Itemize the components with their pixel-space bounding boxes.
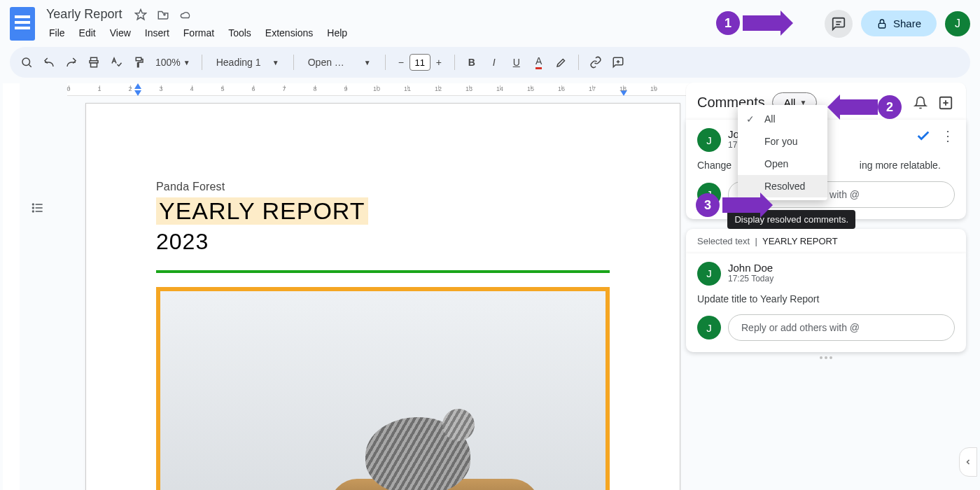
menu-file[interactable]: File [43, 24, 71, 41]
annotation-2: 2 [836, 95, 902, 119]
svg-rect-3 [878, 23, 885, 28]
share-button[interactable]: Share [861, 10, 937, 36]
search-icon[interactable] [17, 52, 36, 72]
selected-text-bar: Selected text | YEARLY REPORT [686, 229, 966, 253]
side-panel-toggle[interactable] [959, 447, 977, 477]
comment-body: Update title to Yearly Report [697, 293, 955, 307]
underline-button[interactable]: U [507, 52, 526, 72]
text-color-button[interactable]: A [529, 52, 549, 72]
toolbar: 100%▼ Heading 1▼ Open …▼ − + B I U A [10, 47, 970, 78]
menu-help[interactable]: Help [321, 24, 353, 41]
comment-avatar: J [697, 262, 721, 286]
font-size-control: − + [393, 54, 447, 71]
print-button[interactable] [84, 52, 104, 72]
annotation-1: 1 [716, 11, 782, 35]
comments-filter-dropdown: ✓ All For you Open Resolved [738, 105, 827, 200]
star-icon[interactable] [134, 8, 147, 21]
comment-avatar: J [697, 128, 721, 152]
insert-link-button[interactable] [586, 52, 606, 72]
divider-line [156, 270, 610, 273]
zoom-dropdown[interactable]: 100%▼ [151, 57, 195, 68]
reply-input[interactable]: Reply or add others with @ [728, 314, 955, 341]
vertical-ruler[interactable] [3, 83, 20, 490]
doc-heading: YEARLY REPORT [156, 197, 368, 225]
svg-line-5 [29, 64, 31, 66]
filter-option-for-you[interactable]: For you [738, 130, 827, 153]
menu-format[interactable]: Format [178, 24, 220, 41]
first-line-indent-marker[interactable] [134, 83, 141, 89]
hero-image[interactable] [156, 287, 610, 490]
svg-rect-6 [91, 63, 97, 67]
font-size-decrease[interactable]: − [393, 54, 410, 71]
resolve-check-icon[interactable] [916, 128, 931, 144]
menu-insert[interactable]: Insert [139, 24, 175, 41]
menu-view[interactable]: View [104, 24, 136, 41]
menu-bar: File Edit View Insert Format Tools Exten… [43, 24, 353, 41]
italic-button[interactable]: I [484, 52, 504, 72]
comment-author: John Doe [728, 262, 774, 274]
bold-button[interactable]: B [462, 52, 482, 72]
cloud-status-icon[interactable] [179, 8, 192, 21]
header-actions: Share J [825, 10, 970, 38]
share-label: Share [893, 18, 921, 29]
document-title[interactable]: Yearly Report [43, 6, 125, 23]
header-bar: Yearly Report File Edit View Insert Form… [0, 0, 980, 44]
account-avatar[interactable]: J [945, 11, 970, 36]
new-comment-icon[interactable] [937, 94, 955, 112]
caret-down-icon: ▼ [183, 59, 190, 66]
paragraph-style-dropdown[interactable]: Heading 1▼ [209, 57, 286, 68]
doc-year: 2023 [156, 229, 610, 255]
comment-card[interactable]: J John Doe 17:25 Today Update title to Y… [686, 253, 966, 353]
left-indent-marker[interactable] [134, 90, 141, 96]
menu-extensions[interactable]: Extensions [260, 24, 318, 41]
lock-icon [876, 18, 888, 29]
reply-avatar: J [697, 316, 721, 340]
docs-logo-icon[interactable] [10, 7, 35, 41]
filter-option-all[interactable]: ✓ All [738, 108, 827, 130]
comment-time: 17:25 Today [728, 274, 774, 284]
panel-drag-handle[interactable] [816, 356, 836, 359]
title-block: Yearly Report File Edit View Insert Form… [43, 6, 353, 41]
highlight-button[interactable] [552, 52, 571, 72]
font-family-dropdown[interactable]: Open …▼ [301, 57, 378, 68]
paint-format-button[interactable] [129, 52, 148, 72]
undo-button[interactable] [39, 52, 59, 72]
annotation-3: 3 [696, 193, 762, 217]
document-page[interactable]: Panda Forest YEARLY REPORT 2023 [85, 103, 680, 490]
check-icon: ✓ [746, 113, 757, 125]
comment-history-button[interactable] [825, 10, 853, 38]
caret-down-icon: ▼ [364, 59, 371, 66]
insert-comment-button[interactable] [608, 52, 628, 72]
move-icon[interactable] [157, 8, 169, 21]
doc-subhead: Panda Forest [156, 181, 610, 193]
redo-button[interactable] [62, 52, 81, 72]
menu-edit[interactable]: Edit [74, 24, 102, 41]
font-size-input[interactable] [410, 54, 430, 71]
svg-point-4 [22, 58, 30, 66]
more-options-icon[interactable]: ⋮ [941, 132, 955, 140]
notifications-icon[interactable] [911, 94, 930, 112]
caret-down-icon: ▼ [272, 59, 279, 66]
spellcheck-button[interactable] [106, 52, 126, 72]
font-size-increase[interactable]: + [430, 54, 447, 71]
menu-tools[interactable]: Tools [223, 24, 257, 41]
svg-marker-0 [136, 9, 146, 19]
filter-option-open[interactable]: Open [738, 153, 827, 175]
